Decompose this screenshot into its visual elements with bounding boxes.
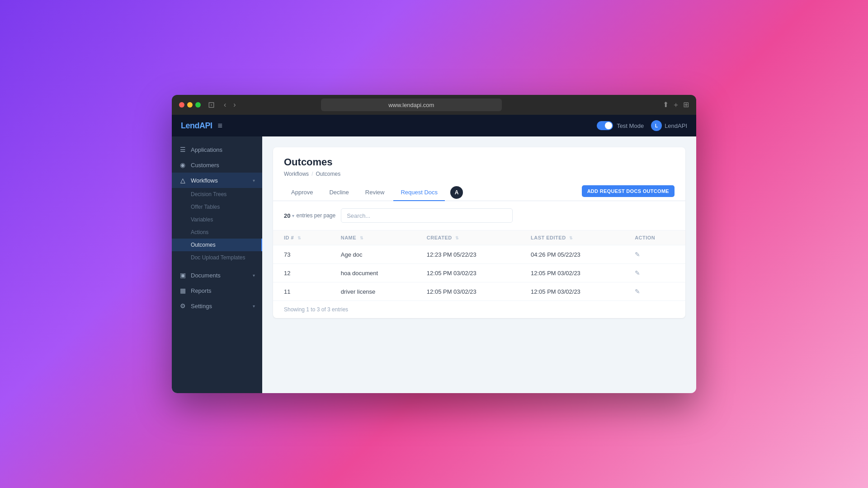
new-tab-icon[interactable]: ＋ — [672, 100, 679, 110]
back-button[interactable]: ‹ — [222, 100, 228, 110]
sidebar: ☰ Applications ◉ Customers △ Workflows ▾… — [172, 136, 262, 393]
entries-per-page: 20 ▾ entries per page — [284, 212, 335, 219]
sidebar-item-applications[interactable]: ☰ Applications — [172, 142, 262, 157]
user-avatar: L — [651, 120, 662, 131]
sidebar-sub-doc-upload-templates[interactable]: Doc Upload Templates — [172, 251, 262, 264]
close-dot[interactable] — [179, 102, 184, 108]
browser-bar: ⊡ ‹ › www.lendapi.com ⬆ ＋ ⊞ — [172, 95, 696, 115]
search-input[interactable] — [341, 208, 513, 223]
sidebar-item-customers[interactable]: ◉ Customers — [172, 157, 262, 173]
browser-nav: ‹ › — [222, 100, 238, 110]
data-table: ID # ⇅ NAME ⇅ CREATED ⇅ — [273, 230, 685, 300]
test-mode-label: Test Mode — [617, 122, 644, 129]
breadcrumb: Workflows / Outcomes — [284, 171, 675, 177]
app-container: LendAPI ≡ Test Mode L LendAPI — [172, 115, 696, 393]
table-header-row: ID # ⇅ NAME ⇅ CREATED ⇅ — [273, 230, 685, 245]
doc-upload-templates-label: Doc Upload Templates — [191, 254, 245, 261]
address-bar[interactable]: www.lendapi.com — [321, 99, 502, 111]
sidebar-item-documents[interactable]: ▣ Documents ▾ — [172, 267, 262, 283]
breadcrumb-separator: / — [311, 171, 313, 177]
tab-approve-label: Approve — [291, 189, 313, 196]
maximize-dot[interactable] — [195, 102, 201, 108]
table-footer-text: Showing 1 to 3 of 3 entries — [284, 306, 348, 313]
sidebar-item-workflows[interactable]: △ Workflows ▾ — [172, 173, 262, 188]
toggle-switch[interactable] — [597, 121, 613, 130]
col-last-edited[interactable]: LAST EDITED ⇅ — [520, 230, 624, 245]
cell-action: ✎ — [624, 282, 685, 301]
offer-tables-label: Offer Tables — [191, 204, 220, 210]
tab-review[interactable]: Review — [358, 184, 392, 201]
forward-button[interactable]: › — [231, 100, 237, 110]
top-nav-right: Test Mode L LendAPI — [597, 120, 687, 131]
settings-chevron-icon: ▾ — [253, 304, 255, 309]
tab-request-docs[interactable]: Request Docs — [393, 184, 445, 201]
tab-decline[interactable]: Decline — [322, 184, 356, 201]
share-icon[interactable]: ⬆ — [663, 100, 669, 110]
table-row: 73 Age doc 12:23 PM 05/22/23 04:26 PM 05… — [273, 245, 685, 264]
sidebar-sub-actions[interactable]: Actions — [172, 226, 262, 239]
breadcrumb-workflows-link[interactable]: Workflows — [284, 171, 309, 177]
documents-icon: ▣ — [179, 272, 186, 279]
tabs-container: Approve Decline Review Request Docs A AD… — [273, 184, 685, 201]
edit-icon[interactable]: ✎ — [635, 288, 640, 295]
sort-last-edited-icon: ⇅ — [569, 236, 573, 240]
cell-action: ✎ — [624, 245, 685, 264]
cell-id: 73 — [273, 245, 330, 264]
col-name[interactable]: NAME ⇅ — [330, 230, 416, 245]
cell-action: ✎ — [624, 264, 685, 282]
workflows-icon: △ — [179, 177, 186, 184]
tab-badge-a: A — [450, 186, 463, 199]
minimize-dot[interactable] — [187, 102, 193, 108]
browser-window: ⊡ ‹ › www.lendapi.com ⬆ ＋ ⊞ LendAPI ≡ — [172, 95, 696, 393]
table-controls: 20 ▾ entries per page — [273, 201, 685, 230]
logo: LendAPI — [181, 121, 212, 131]
col-last-edited-label: LAST EDITED — [531, 235, 566, 240]
content-card: Outcomes Workflows / Outcomes Approve — [273, 147, 685, 318]
add-outcome-button[interactable]: ADD REQUEST DOCS OUTCOME — [582, 185, 675, 197]
customers-icon: ◉ — [179, 161, 186, 169]
sidebar-sub-decision-trees[interactable]: Decision Trees — [172, 188, 262, 201]
sort-created-icon: ⇅ — [455, 236, 459, 240]
sidebar-item-reports-label: Reports — [191, 287, 255, 294]
variables-label: Variables — [191, 216, 213, 223]
col-created[interactable]: CREATED ⇅ — [416, 230, 520, 245]
sort-name-icon: ⇅ — [360, 236, 364, 240]
cell-id: 12 — [273, 264, 330, 282]
browser-actions: ⬆ ＋ ⊞ — [663, 100, 689, 110]
sidebar-item-customers-label: Customers — [191, 162, 255, 169]
edit-icon[interactable]: ✎ — [635, 251, 640, 258]
tab-approve[interactable]: Approve — [284, 184, 320, 201]
edit-icon[interactable]: ✎ — [635, 269, 640, 277]
test-mode-toggle[interactable]: Test Mode — [597, 121, 644, 130]
documents-chevron-icon: ▾ — [253, 273, 255, 278]
user-badge: L LendAPI — [651, 120, 687, 131]
grid-icon[interactable]: ⊞ — [683, 100, 689, 110]
entries-dropdown-icon[interactable]: ▾ — [292, 213, 294, 218]
settings-icon: ⚙ — [179, 302, 186, 310]
sidebar-item-settings[interactable]: ⚙ Settings ▾ — [172, 298, 262, 314]
cell-id: 11 — [273, 282, 330, 301]
sidebar-toggle-icon[interactable]: ⊡ — [208, 100, 215, 110]
col-action: ACTION — [624, 230, 685, 245]
sidebar-sub-variables[interactable]: Variables — [172, 213, 262, 226]
tab-review-label: Review — [365, 189, 385, 196]
tab-request-docs-label: Request Docs — [401, 189, 438, 196]
sidebar-sub-outcomes[interactable]: Outcomes — [172, 239, 262, 251]
cell-name: driver license — [330, 282, 416, 301]
col-id[interactable]: ID # ⇅ — [273, 230, 330, 245]
sidebar-item-reports[interactable]: ▦ Reports — [172, 283, 262, 298]
page-title: Outcomes — [284, 156, 675, 168]
sidebar-sub-offer-tables[interactable]: Offer Tables — [172, 201, 262, 213]
cell-last-edited: 12:05 PM 03/02/23 — [520, 264, 624, 282]
cell-name: Age doc — [330, 245, 416, 264]
cell-last-edited: 04:26 PM 05/22/23 — [520, 245, 624, 264]
sidebar-item-workflows-label: Workflows — [191, 177, 248, 184]
table-row: 11 driver license 12:05 PM 03/02/23 12:0… — [273, 282, 685, 301]
sort-id-icon: ⇅ — [297, 236, 302, 240]
col-created-label: CREATED — [427, 235, 452, 240]
hamburger-icon[interactable]: ≡ — [218, 121, 223, 131]
table-row: 12 hoa document 12:05 PM 03/02/23 12:05 … — [273, 264, 685, 282]
sidebar-item-settings-label: Settings — [191, 303, 248, 310]
col-id-label: ID # — [284, 235, 294, 240]
toggle-knob — [605, 122, 612, 129]
